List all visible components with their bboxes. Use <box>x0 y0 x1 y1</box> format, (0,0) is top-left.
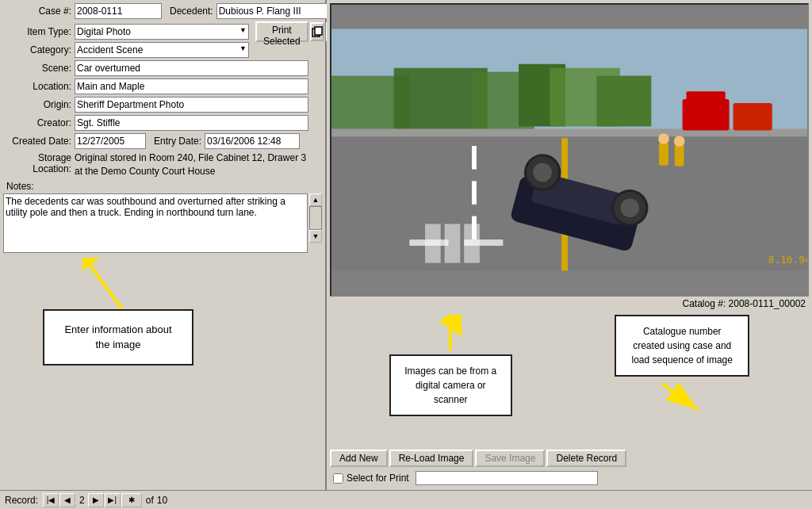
right-panel: 8.10.94 Catalog #: 2008-0111_00002 <box>327 0 812 490</box>
first-record-button[interactable]: |◀ <box>43 493 59 507</box>
select-print-textbox[interactable] <box>416 471 598 485</box>
svg-rect-15 <box>472 146 477 170</box>
content-area: Case #: 2008-0111 Decedent: Dubious P. F… <box>0 0 812 490</box>
item-type-select[interactable]: Digital Photo Document Video Audio <box>75 24 249 40</box>
creator-label: Creator: <box>3 117 75 128</box>
right-callout-box: Catalogue number created using case and … <box>615 315 749 377</box>
center-arrow-svg <box>435 315 466 354</box>
left-arrow-svg <box>82 258 130 313</box>
print-selected-button[interactable]: Print Selected <box>255 21 308 42</box>
category-select-wrapper: Accident Scene Evidence Autopsy Other <box>75 42 249 58</box>
svg-rect-27 <box>733 103 772 130</box>
origin-label: Origin: <box>3 99 75 110</box>
svg-rect-36 <box>445 224 461 262</box>
center-callout-text: Images can be from a digital camera or s… <box>404 365 496 405</box>
date-row: Created Date: 12/27/2005 Entry Date: 03/… <box>3 133 322 149</box>
created-date-label: Created Date: <box>3 136 75 147</box>
location-input[interactable]: Main and Maple <box>75 78 308 94</box>
item-type-row: Item Type: Digital Photo Document Video … <box>3 21 322 42</box>
svg-rect-35 <box>425 224 441 262</box>
location-label: Location: <box>3 81 75 92</box>
scrollbar-track <box>309 206 322 230</box>
record-bar: Record: |◀ ◀ 2 ▶ ▶| ✱ of 10 <box>0 490 812 509</box>
svg-rect-28 <box>659 142 668 166</box>
record-number: 2 <box>79 495 85 506</box>
right-annotation: Catalogue number created using case and … <box>615 315 749 415</box>
right-callout-text: Catalogue number created using case and … <box>632 326 733 365</box>
add-new-button[interactable]: Add New <box>330 450 388 467</box>
entry-date-input[interactable]: 03/16/2006 12:48 <box>205 133 300 149</box>
notes-section: Notes: The decedents car was southbound … <box>3 181 322 253</box>
select-print-checkbox[interactable] <box>333 473 343 484</box>
svg-rect-1 <box>315 27 322 35</box>
left-callout-text: Enter information about the image <box>64 323 171 351</box>
left-annotation-area: Enter information about the image <box>3 258 325 400</box>
last-record-button[interactable]: ▶| <box>105 493 121 507</box>
category-row: Category: Accident Scene Evidence Autops… <box>3 42 322 58</box>
svg-line-5 <box>90 266 122 309</box>
copy-icon <box>312 26 323 37</box>
storage-value: Original stored in Room 240, File Cabine… <box>75 151 312 178</box>
created-date-input[interactable]: 12/27/2005 <box>75 133 146 149</box>
decedent-input[interactable]: Dubious P. Flang III <box>216 3 340 19</box>
svg-text:8.10.94: 8.10.94 <box>768 254 807 266</box>
item-type-select-wrapper: Digital Photo Document Video Audio <box>75 24 249 40</box>
creator-row: Creator: Sgt. Stiffle <box>3 115 322 131</box>
catalog-bar: Catalog #: 2008-0111_00002 <box>330 297 809 311</box>
notes-textarea[interactable]: The decedents car was southbound and ove… <box>3 193 308 253</box>
catalog-prefix: Catalog #: <box>683 298 726 309</box>
catalog-number: 2008-0111_00002 <box>729 298 806 309</box>
left-callout-box: Enter information about the image <box>43 309 193 365</box>
form-panel: Case #: 2008-0111 Decedent: Dubious P. F… <box>0 0 325 258</box>
entry-date-label: Entry Date: <box>154 136 201 147</box>
creator-input[interactable]: Sgt. Stiffle <box>75 115 308 131</box>
left-panel: Case #: 2008-0111 Decedent: Dubious P. F… <box>0 0 325 490</box>
case-number-input[interactable]: 2008-0111 <box>75 3 162 19</box>
scroll-down-btn[interactable]: ▼ <box>309 230 322 243</box>
location-row: Location: Main and Maple <box>3 78 322 94</box>
case-row: Case #: 2008-0111 Decedent: Dubious P. F… <box>3 3 322 19</box>
record-label: Record: <box>5 495 38 506</box>
svg-rect-30 <box>675 144 684 166</box>
svg-rect-16 <box>472 181 477 205</box>
reload-image-button[interactable]: Re-Load Image <box>389 450 474 467</box>
record-total: 10 <box>157 495 167 506</box>
right-arrow-svg <box>658 380 706 415</box>
save-image-button[interactable]: Save Image <box>475 450 545 467</box>
origin-row: Origin: Sheriff Department Photo <box>3 97 322 113</box>
textarea-scrollbar: ▲ ▼ <box>309 193 322 243</box>
record-of-label: of <box>146 495 154 506</box>
svg-point-31 <box>674 136 685 147</box>
category-select[interactable]: Accident Scene Evidence Autopsy Other <box>75 42 249 58</box>
main-window: Case #: 2008-0111 Decedent: Dubious P. F… <box>0 0 812 509</box>
next-record-button[interactable]: ▶ <box>88 493 104 507</box>
origin-input[interactable]: Sheriff Department Photo <box>75 97 308 113</box>
scene-row: Scene: Car overturned <box>3 60 322 76</box>
new-record-button[interactable]: ✱ <box>121 493 142 507</box>
center-annotation: Images can be from a digital camera or s… <box>389 315 512 416</box>
svg-line-41 <box>662 384 698 410</box>
right-annotation-area: Images can be from a digital camera or s… <box>330 311 809 450</box>
storage-label: StorageLocation: <box>3 151 75 174</box>
icon-btn-1[interactable] <box>310 22 324 41</box>
image-buttons-row: Add New Re-Load Image Save Image Delete … <box>330 450 809 467</box>
scene-input[interactable]: Car overturned <box>75 60 308 76</box>
scroll-up-btn[interactable]: ▲ <box>309 193 322 206</box>
category-label: Category: <box>3 44 75 55</box>
decedent-label: Decedent: <box>170 6 213 17</box>
svg-rect-37 <box>464 224 480 262</box>
svg-rect-12 <box>596 76 651 127</box>
item-type-label: Item Type: <box>3 26 75 37</box>
center-callout-box: Images can be from a digital camera or s… <box>389 354 512 416</box>
storage-row: StorageLocation: Original stored in Room… <box>3 151 322 178</box>
case-label: Case #: <box>3 6 75 17</box>
image-panel: 8.10.94 Catalog #: 2008-0111_00002 <box>327 0 812 490</box>
prev-record-button[interactable]: ◀ <box>59 493 75 507</box>
crash-scene-svg: 8.10.94 <box>331 5 807 295</box>
select-print-label: Select for Print <box>347 473 409 484</box>
svg-point-29 <box>658 133 669 144</box>
scene-label: Scene: <box>3 63 75 74</box>
notes-label: Notes: <box>6 181 322 192</box>
image-area: 8.10.94 <box>330 3 809 297</box>
delete-record-button[interactable]: Delete Record <box>546 450 626 467</box>
